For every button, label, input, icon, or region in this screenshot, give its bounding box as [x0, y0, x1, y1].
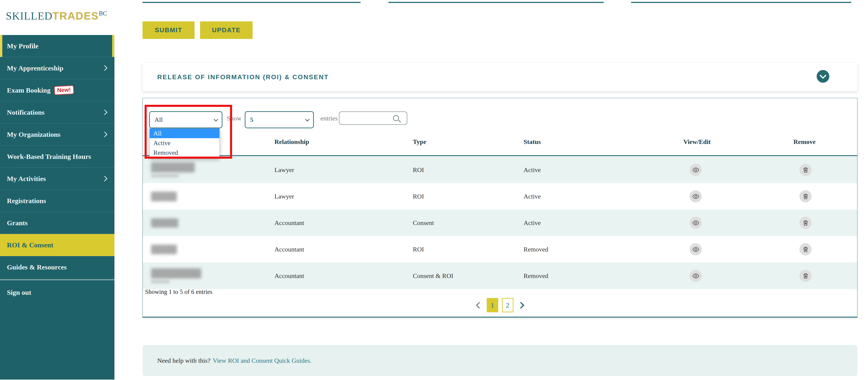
view-edit-button[interactable] — [689, 164, 702, 176]
cell-relationship: Accountant — [274, 210, 304, 236]
header-rule — [143, 155, 857, 156]
status-filter-select[interactable]: All — [149, 111, 222, 128]
status-option-all[interactable]: All — [150, 128, 219, 138]
cell-type: Consent & ROI — [413, 263, 453, 289]
sidebar-item-label: My Organizations — [7, 130, 61, 139]
field-underline — [389, 2, 604, 3]
sidebar-item-my-apprenticeship[interactable]: My Apprenticeship — [0, 57, 115, 79]
roi-consent-section-header: RELEASE OF INFORMATION (ROI) & CONSENT — [143, 63, 858, 91]
status-option-removed[interactable]: Removed — [150, 148, 219, 157]
sidebar-item-label: My Profile — [7, 42, 38, 50]
table-row: Lawyer ROI Active — [143, 156, 857, 183]
roi-consent-table-card: All All Active Removed Show 5 entries Re… — [143, 98, 858, 318]
redacted-name — [151, 210, 178, 236]
sidebar-nav: My Profile My Apprenticeship Exam Bookin… — [0, 35, 115, 380]
skilledtradesbc-logo: SKILLEDTRADESBC — [6, 10, 107, 22]
page-size-select[interactable]: 5 — [245, 111, 314, 128]
page-size-value: 5 — [250, 116, 253, 123]
cell-relationship: Lawyer — [274, 183, 294, 210]
sidebar-item-my-profile[interactable]: My Profile — [0, 35, 115, 57]
cell-type: Consent — [413, 210, 434, 236]
sidebar-item-my-activities[interactable]: My Activities — [0, 168, 115, 190]
chevron-down-icon — [214, 117, 218, 122]
col-header-view-edit: View/Edit — [683, 138, 711, 146]
cell-type: ROI — [413, 236, 424, 263]
show-label: Show — [227, 115, 242, 122]
entries-summary: Showing 1 to 5 of 6 entries — [145, 288, 212, 295]
view-edit-button[interactable] — [689, 243, 702, 255]
sidebar-item-label: My Apprenticeship — [7, 64, 63, 72]
chevron-right-icon — [102, 176, 107, 181]
new-badge: New! — [54, 85, 74, 95]
col-header-status: Status — [524, 138, 541, 146]
table-search-box — [339, 112, 407, 125]
sidebar-item-notifications[interactable]: Notifications — [0, 101, 115, 123]
status-option-active[interactable]: Active — [150, 138, 219, 148]
redacted-name — [151, 156, 195, 183]
sidebar-item-label: My Activities — [7, 175, 46, 183]
view-edit-button[interactable] — [689, 270, 702, 282]
sidebar-divider — [0, 280, 115, 280]
sidebar-item-roi-and-consent[interactable]: ROI & Consent — [0, 234, 115, 256]
col-header-type: Type — [413, 138, 426, 146]
remove-button[interactable] — [799, 270, 812, 282]
sidebar-item-grants[interactable]: Grants — [0, 212, 115, 234]
sidebar-item-label: Registrations — [7, 197, 46, 205]
eye-icon — [692, 219, 700, 227]
status-filter-options: All Active Removed — [149, 128, 220, 158]
chevron-down-icon — [305, 117, 310, 122]
submit-button[interactable]: SUBMIT — [143, 22, 194, 39]
trash-icon — [802, 167, 809, 173]
search-icon — [393, 115, 399, 121]
pagination: 1 2 — [143, 298, 857, 312]
chevron-left-icon — [476, 302, 483, 309]
cell-relationship: Accountant — [274, 263, 304, 289]
remove-button[interactable] — [799, 217, 812, 229]
view-edit-button[interactable] — [689, 217, 702, 229]
sidebar-item-my-organizations[interactable]: My Organizations — [0, 123, 115, 146]
sidebar-item-label: ROI & Consent — [7, 241, 54, 249]
logo-word-trades: TRADES — [53, 10, 99, 22]
sidebar-item-label: Guides & Resources — [7, 263, 66, 271]
sidebar-item-label: Grants — [7, 219, 28, 227]
eye-icon — [692, 193, 700, 200]
sidebar-item-label: Exam Booking — [7, 86, 51, 94]
update-button[interactable]: UPDATE — [200, 22, 253, 39]
sidebar-item-guides-and-resources[interactable]: Guides & Resources — [0, 256, 115, 278]
sidebar-item-work-based-training-hours[interactable]: Work-Based Training Hours — [0, 146, 115, 168]
sidebar-item-exam-booking[interactable]: Exam Booking New! — [0, 79, 115, 101]
remove-button[interactable] — [799, 243, 812, 255]
trash-icon — [802, 246, 809, 253]
chevron-right-icon — [102, 131, 107, 137]
next-page-button[interactable] — [517, 301, 525, 309]
help-text: Need help with this? — [157, 357, 211, 364]
sidebar-item-label: Notifications — [7, 109, 44, 116]
col-header-relationship: Relationship — [274, 138, 309, 146]
search-input[interactable] — [342, 113, 396, 123]
chevron-right-icon — [102, 109, 107, 115]
eye-icon — [692, 272, 700, 280]
cell-status: Active — [524, 210, 541, 236]
page-2-button[interactable]: 2 — [502, 298, 514, 312]
prev-page-button[interactable] — [475, 301, 483, 309]
section-title: RELEASE OF INFORMATION (ROI) & CONSENT — [157, 74, 329, 81]
sidebar-item-registrations[interactable]: Registrations — [0, 190, 115, 212]
collapse-section-button[interactable] — [817, 70, 829, 83]
cell-status: Removed — [524, 236, 548, 263]
view-edit-button[interactable] — [689, 190, 702, 202]
logo-word-skilled: SKILLED — [6, 10, 53, 22]
cell-relationship: Accountant — [274, 236, 304, 263]
page-1-button[interactable]: 1 — [487, 298, 498, 312]
status-filter-value: All — [154, 116, 163, 123]
eye-icon — [692, 166, 700, 174]
remove-button[interactable] — [799, 190, 812, 202]
chevron-right-icon — [517, 302, 524, 309]
sidebar-item-label: Sign out — [7, 289, 31, 296]
col-header-remove: Remove — [794, 138, 815, 146]
sidebar-item-sign-out[interactable]: Sign out — [0, 282, 115, 303]
cell-type: ROI — [413, 183, 424, 210]
cell-relationship: Lawyer — [274, 156, 294, 183]
trash-icon — [802, 272, 809, 280]
quick-guides-link[interactable]: View ROI and Consent Quick Guides. — [213, 357, 311, 364]
remove-button[interactable] — [799, 164, 812, 176]
